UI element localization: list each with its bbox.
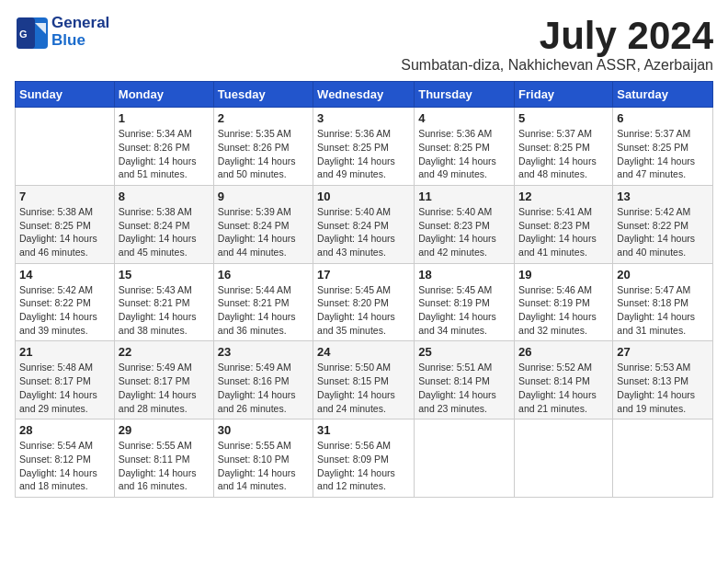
calendar-header: SundayMondayTuesdayWednesdayThursdayFrid…	[16, 82, 713, 108]
calendar-cell: 25Sunrise: 5:51 AM Sunset: 8:14 PM Dayli…	[415, 341, 515, 419]
day-info: Sunrise: 5:52 AM Sunset: 8:14 PM Dayligh…	[518, 361, 609, 415]
calendar-cell: 13Sunrise: 5:42 AM Sunset: 8:22 PM Dayli…	[613, 185, 713, 263]
weekday-header: Saturday	[613, 82, 713, 108]
day-info: Sunrise: 5:47 AM Sunset: 8:18 PM Dayligh…	[617, 283, 709, 338]
calendar-cell: 15Sunrise: 5:43 AM Sunset: 8:21 PM Dayli…	[114, 263, 213, 341]
day-info: Sunrise: 5:42 AM Sunset: 8:22 PM Dayligh…	[617, 205, 709, 259]
day-info: Sunrise: 5:49 AM Sunset: 8:17 PM Dayligh…	[119, 361, 210, 415]
calendar-cell: 26Sunrise: 5:52 AM Sunset: 8:14 PM Dayli…	[515, 341, 613, 419]
calendar-cell: 24Sunrise: 5:50 AM Sunset: 8:15 PM Dayli…	[313, 341, 415, 419]
logo-general: General	[51, 15, 109, 32]
day-number: 7	[19, 190, 110, 203]
day-number: 6	[617, 111, 709, 125]
calendar-cell: 28Sunrise: 5:54 AM Sunset: 8:12 PM Dayli…	[16, 419, 115, 498]
day-info: Sunrise: 5:44 AM Sunset: 8:21 PM Dayligh…	[218, 283, 309, 338]
calendar-cell: 6Sunrise: 5:37 AM Sunset: 8:25 PM Daylig…	[613, 108, 713, 186]
calendar-cell: 21Sunrise: 5:48 AM Sunset: 8:17 PM Dayli…	[16, 341, 115, 419]
calendar-cell: 18Sunrise: 5:45 AM Sunset: 8:19 PM Dayli…	[415, 263, 515, 341]
day-info: Sunrise: 5:43 AM Sunset: 8:21 PM Dayligh…	[119, 283, 210, 338]
calendar-cell: 30Sunrise: 5:55 AM Sunset: 8:10 PM Dayli…	[213, 419, 313, 498]
calendar-cell	[613, 419, 713, 498]
day-info: Sunrise: 5:42 AM Sunset: 8:22 PM Dayligh…	[19, 283, 110, 338]
day-info: Sunrise: 5:45 AM Sunset: 8:20 PM Dayligh…	[317, 283, 410, 338]
calendar-cell	[16, 108, 115, 186]
weekday-header: Friday	[515, 82, 613, 108]
calendar-cell: 11Sunrise: 5:40 AM Sunset: 8:23 PM Dayli…	[415, 185, 515, 263]
day-info: Sunrise: 5:37 AM Sunset: 8:25 PM Dayligh…	[518, 127, 609, 181]
logo-blue: Blue	[51, 32, 109, 50]
day-number: 20	[617, 268, 709, 282]
day-number: 8	[119, 190, 210, 203]
day-number: 19	[518, 268, 609, 282]
calendar-cell: 10Sunrise: 5:40 AM Sunset: 8:24 PM Dayli…	[313, 185, 415, 263]
day-info: Sunrise: 5:37 AM Sunset: 8:25 PM Dayligh…	[617, 127, 709, 181]
weekday-header: Tuesday	[213, 82, 313, 108]
day-number: 25	[418, 345, 510, 359]
day-info: Sunrise: 5:41 AM Sunset: 8:23 PM Dayligh…	[518, 205, 609, 259]
calendar-cell	[515, 419, 613, 498]
day-info: Sunrise: 5:55 AM Sunset: 8:11 PM Dayligh…	[119, 439, 210, 493]
day-info: Sunrise: 5:34 AM Sunset: 8:26 PM Dayligh…	[119, 127, 210, 181]
weekday-header: Thursday	[415, 82, 515, 108]
calendar-cell: 7Sunrise: 5:38 AM Sunset: 8:25 PM Daylig…	[16, 185, 115, 263]
calendar-cell: 3Sunrise: 5:36 AM Sunset: 8:25 PM Daylig…	[313, 108, 415, 186]
header-row: SundayMondayTuesdayWednesdayThursdayFrid…	[16, 82, 713, 108]
calendar-cell: 14Sunrise: 5:42 AM Sunset: 8:22 PM Dayli…	[16, 263, 115, 341]
month-title: July 2024	[109, 15, 713, 57]
day-number: 26	[518, 345, 609, 359]
day-number: 12	[518, 190, 609, 203]
day-number: 30	[218, 423, 309, 437]
day-info: Sunrise: 5:49 AM Sunset: 8:16 PM Dayligh…	[218, 361, 309, 415]
calendar-cell: 1Sunrise: 5:34 AM Sunset: 8:26 PM Daylig…	[114, 108, 213, 186]
calendar-cell: 2Sunrise: 5:35 AM Sunset: 8:26 PM Daylig…	[213, 108, 313, 186]
calendar-cell: 17Sunrise: 5:45 AM Sunset: 8:20 PM Dayli…	[313, 263, 415, 341]
day-number: 21	[19, 345, 110, 359]
day-number: 5	[518, 111, 609, 125]
calendar-cell: 9Sunrise: 5:39 AM Sunset: 8:24 PM Daylig…	[213, 185, 313, 263]
day-info: Sunrise: 5:38 AM Sunset: 8:25 PM Dayligh…	[19, 205, 110, 259]
calendar-cell: 5Sunrise: 5:37 AM Sunset: 8:25 PM Daylig…	[515, 108, 613, 186]
day-info: Sunrise: 5:40 AM Sunset: 8:24 PM Dayligh…	[317, 205, 410, 259]
day-info: Sunrise: 5:45 AM Sunset: 8:19 PM Dayligh…	[418, 283, 510, 338]
day-info: Sunrise: 5:53 AM Sunset: 8:13 PM Dayligh…	[617, 361, 709, 415]
day-info: Sunrise: 5:54 AM Sunset: 8:12 PM Dayligh…	[19, 439, 110, 493]
calendar-cell: 23Sunrise: 5:49 AM Sunset: 8:16 PM Dayli…	[213, 341, 313, 419]
day-number: 28	[19, 423, 110, 437]
day-info: Sunrise: 5:51 AM Sunset: 8:14 PM Dayligh…	[418, 361, 510, 415]
location-title: Sumbatan-diza, Nakhichevan ASSR, Azerbai…	[109, 57, 713, 74]
day-number: 14	[19, 268, 110, 282]
day-number: 17	[317, 268, 410, 282]
day-info: Sunrise: 5:38 AM Sunset: 8:24 PM Dayligh…	[119, 205, 210, 259]
calendar-week-row: 28Sunrise: 5:54 AM Sunset: 8:12 PM Dayli…	[16, 419, 713, 498]
calendar-cell: 12Sunrise: 5:41 AM Sunset: 8:23 PM Dayli…	[515, 185, 613, 263]
calendar-cell: 8Sunrise: 5:38 AM Sunset: 8:24 PM Daylig…	[114, 185, 213, 263]
calendar-week-row: 21Sunrise: 5:48 AM Sunset: 8:17 PM Dayli…	[16, 341, 713, 419]
day-number: 4	[418, 111, 510, 125]
day-number: 9	[218, 190, 309, 203]
day-number: 3	[317, 111, 410, 125]
calendar-table: SundayMondayTuesdayWednesdayThursdayFrid…	[15, 81, 713, 498]
logo: G General Blue	[15, 15, 109, 49]
calendar-cell: 4Sunrise: 5:36 AM Sunset: 8:25 PM Daylig…	[415, 108, 515, 186]
day-number: 16	[218, 268, 309, 282]
day-info: Sunrise: 5:40 AM Sunset: 8:23 PM Dayligh…	[418, 205, 510, 259]
day-info: Sunrise: 5:50 AM Sunset: 8:15 PM Dayligh…	[317, 361, 410, 415]
day-number: 27	[617, 345, 709, 359]
day-info: Sunrise: 5:55 AM Sunset: 8:10 PM Dayligh…	[218, 439, 309, 493]
day-info: Sunrise: 5:46 AM Sunset: 8:19 PM Dayligh…	[518, 283, 609, 338]
day-number: 1	[119, 111, 210, 125]
day-info: Sunrise: 5:36 AM Sunset: 8:25 PM Dayligh…	[317, 127, 410, 181]
calendar-cell: 22Sunrise: 5:49 AM Sunset: 8:17 PM Dayli…	[114, 341, 213, 419]
calendar-week-row: 1Sunrise: 5:34 AM Sunset: 8:26 PM Daylig…	[16, 108, 713, 186]
calendar-cell: 19Sunrise: 5:46 AM Sunset: 8:19 PM Dayli…	[515, 263, 613, 341]
svg-text:G: G	[19, 29, 28, 40]
day-number: 23	[218, 345, 309, 359]
day-number: 18	[418, 268, 510, 282]
day-number: 11	[418, 190, 510, 203]
day-number: 31	[317, 423, 410, 437]
day-info: Sunrise: 5:56 AM Sunset: 8:09 PM Dayligh…	[317, 439, 410, 493]
day-number: 2	[218, 111, 309, 125]
calendar-cell: 31Sunrise: 5:56 AM Sunset: 8:09 PM Dayli…	[313, 419, 415, 498]
calendar-cell: 20Sunrise: 5:47 AM Sunset: 8:18 PM Dayli…	[613, 263, 713, 341]
logo-icon: G	[15, 16, 48, 49]
